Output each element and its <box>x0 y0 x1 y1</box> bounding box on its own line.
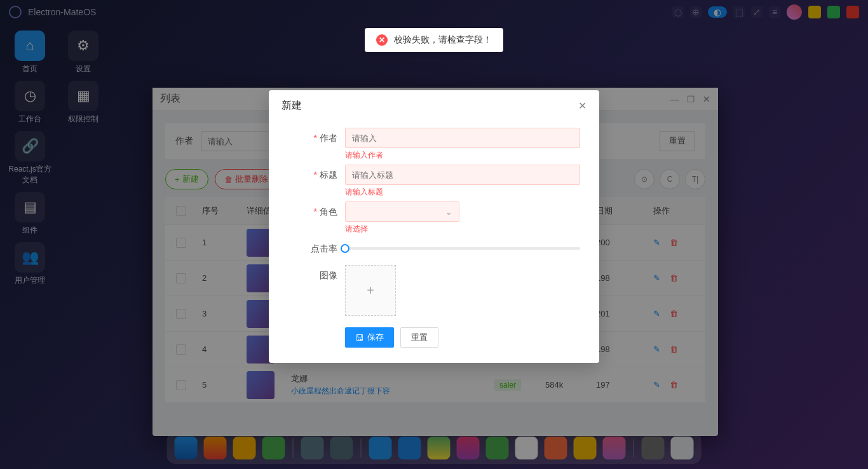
role-error: 请选择 <box>345 223 580 234</box>
role-select[interactable]: ⌄ <box>345 201 459 222</box>
click-rate-slider[interactable] <box>345 238 580 259</box>
save-icon: 🖫 <box>355 333 363 343</box>
title-error: 请输入标题 <box>345 186 580 198</box>
error-icon: ✕ <box>376 34 388 46</box>
author-error: 请输入作者 <box>345 149 580 161</box>
image-upload[interactable]: + <box>345 265 396 316</box>
title-label: 标题 <box>320 170 337 180</box>
role-label: 角色 <box>320 207 337 217</box>
slider-handle[interactable] <box>341 244 349 253</box>
title-input[interactable] <box>345 165 580 185</box>
chevron-down-icon: ⌄ <box>445 207 452 217</box>
modal-title: 新建 <box>281 99 302 112</box>
create-modal: 新建 ✕ *作者 请输入作者 *标题 请输入标题 *角色 ⌄ 请选择 点击率 <box>269 90 599 363</box>
alert-message: 校验失败，请检查字段！ <box>394 34 492 46</box>
author-label: 作者 <box>320 133 337 143</box>
author-input[interactable] <box>345 128 580 148</box>
image-label: 图像 <box>320 270 337 280</box>
rate-label: 点击率 <box>311 243 337 254</box>
save-button[interactable]: 🖫 保存 <box>345 327 394 348</box>
reset-button[interactable]: 重置 <box>400 327 438 348</box>
modal-close-icon[interactable]: ✕ <box>578 100 587 112</box>
error-alert: ✕ 校验失败，请检查字段！ <box>365 28 503 52</box>
